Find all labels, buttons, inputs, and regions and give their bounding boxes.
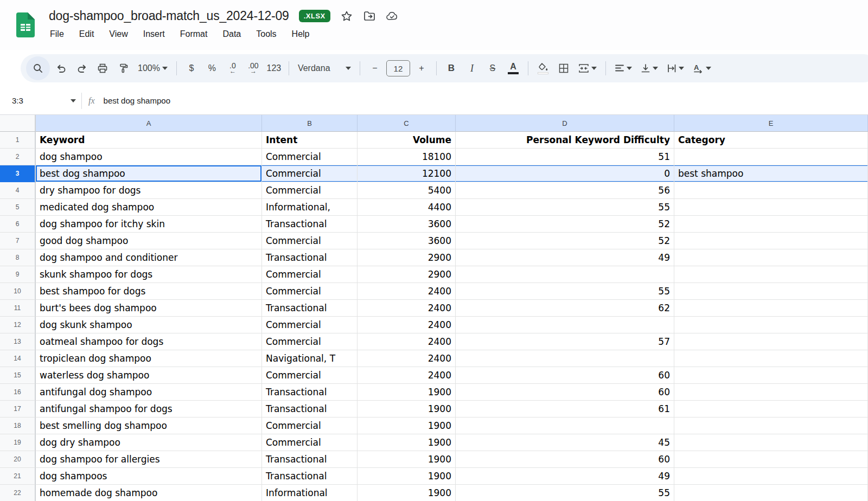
cell-C6[interactable]: 3600 — [358, 216, 456, 233]
row-header-3[interactable]: 3 — [0, 165, 36, 182]
cell-C19[interactable]: 1900 — [358, 434, 456, 451]
column-header-E[interactable]: E — [674, 115, 868, 132]
cell-C1[interactable]: Volume — [358, 132, 456, 149]
cell-D2[interactable]: 51 — [456, 149, 674, 165]
cell-B4[interactable]: Commercial — [262, 182, 358, 199]
increase-font-size-button[interactable]: + — [412, 59, 431, 78]
cell-D4[interactable]: 56 — [456, 182, 674, 199]
cell-E21[interactable] — [674, 468, 868, 485]
cell-B22[interactable]: Informational — [262, 485, 358, 501]
cell-E11[interactable] — [674, 300, 868, 317]
row-header-14[interactable]: 14 — [0, 350, 36, 367]
cloud-status-icon[interactable] — [386, 10, 399, 23]
row-header-6[interactable]: 6 — [0, 216, 36, 233]
cell-C11[interactable]: 2400 — [358, 300, 456, 317]
menu-edit[interactable]: Edit — [78, 28, 95, 40]
cell-D15[interactable]: 60 — [456, 367, 674, 384]
menu-tools[interactable]: Tools — [255, 28, 277, 40]
cell-B7[interactable]: Commercial — [262, 233, 358, 249]
cell-B10[interactable]: Commercial — [262, 283, 358, 300]
cell-E4[interactable] — [674, 182, 868, 199]
font-select[interactable]: Verdana — [295, 63, 354, 73]
horizontal-align-icon[interactable] — [611, 64, 635, 73]
cell-A8[interactable]: dog shampoo and conditioner — [36, 249, 262, 266]
menu-insert[interactable]: Insert — [142, 28, 166, 40]
cell-C14[interactable]: 2400 — [358, 350, 456, 367]
move-to-folder-icon[interactable] — [363, 10, 376, 23]
more-formats-icon[interactable]: 123 — [265, 59, 283, 78]
cell-B19[interactable]: Commercial — [262, 434, 358, 451]
cell-D19[interactable]: 45 — [456, 434, 674, 451]
cell-B3[interactable]: Commercial — [262, 165, 358, 182]
cell-C18[interactable]: 1900 — [358, 418, 456, 434]
row-header-13[interactable]: 13 — [0, 333, 36, 350]
cell-E1[interactable]: Category — [674, 132, 868, 149]
name-box[interactable]: 3:3 — [0, 96, 76, 105]
cell-C5[interactable]: 4400 — [358, 199, 456, 216]
cell-E10[interactable] — [674, 283, 868, 300]
percent-format-icon[interactable]: % — [203, 59, 221, 78]
cell-D20[interactable]: 60 — [456, 451, 674, 468]
cell-C9[interactable]: 2900 — [358, 266, 456, 283]
cell-B8[interactable]: Transactional — [262, 249, 358, 266]
cell-E18[interactable] — [674, 418, 868, 434]
menu-data[interactable]: Data — [221, 28, 242, 40]
italic-icon[interactable]: I — [463, 59, 481, 78]
row-header-1[interactable]: 1 — [0, 132, 36, 149]
cell-B16[interactable]: Transactional — [262, 384, 358, 401]
decrease-font-size-button[interactable]: − — [366, 59, 384, 78]
text-wrap-icon[interactable] — [663, 63, 687, 73]
undo-icon[interactable] — [52, 59, 71, 78]
cell-D13[interactable]: 57 — [456, 333, 674, 350]
cell-B18[interactable]: Commercial — [262, 418, 358, 434]
row-header-20[interactable]: 20 — [0, 451, 36, 468]
cell-B14[interactable]: Navigational, T — [262, 350, 358, 367]
column-header-B[interactable]: B — [262, 115, 358, 132]
cell-A6[interactable]: dog shampoo for itchy skin — [36, 216, 262, 233]
cell-B9[interactable]: Commercial — [262, 266, 358, 283]
redo-icon[interactable] — [73, 59, 91, 78]
cell-E2[interactable] — [674, 149, 868, 165]
row-header-21[interactable]: 21 — [0, 468, 36, 485]
column-header-D[interactable]: D — [456, 115, 674, 132]
row-header-4[interactable]: 4 — [0, 182, 36, 199]
cell-A21[interactable]: dog shampoos — [36, 468, 262, 485]
menu-file[interactable]: File — [49, 28, 65, 40]
row-header-11[interactable]: 11 — [0, 300, 36, 317]
cell-B20[interactable]: Transactional — [262, 451, 358, 468]
cell-A2[interactable]: dog shampoo — [36, 149, 262, 165]
cell-B11[interactable]: Transactional — [262, 300, 358, 317]
cell-E5[interactable] — [674, 199, 868, 216]
cell-D7[interactable]: 52 — [456, 233, 674, 249]
strikethrough-icon[interactable]: S — [483, 59, 502, 78]
cell-B2[interactable]: Commercial — [262, 149, 358, 165]
cell-A7[interactable]: good dog shampoo — [36, 233, 262, 249]
cell-A19[interactable]: dog dry shampoo — [36, 434, 262, 451]
row-header-17[interactable]: 17 — [0, 401, 36, 418]
text-color-icon[interactable]: A — [504, 59, 522, 78]
cell-C8[interactable]: 2900 — [358, 249, 456, 266]
cell-E7[interactable] — [674, 233, 868, 249]
search-icon[interactable] — [26, 56, 50, 80]
cell-D14[interactable] — [456, 350, 674, 367]
row-header-15[interactable]: 15 — [0, 367, 36, 384]
cell-A18[interactable]: best smelling dog shampoo — [36, 418, 262, 434]
decrease-decimals-icon[interactable]: .0← — [224, 59, 242, 78]
cell-C15[interactable]: 2400 — [358, 367, 456, 384]
cell-A4[interactable]: dry shampoo for dogs — [36, 182, 262, 199]
cell-D10[interactable]: 55 — [456, 283, 674, 300]
borders-icon[interactable] — [554, 59, 573, 78]
cell-E8[interactable] — [674, 249, 868, 266]
cell-A13[interactable]: oatmeal shampoo for dogs — [36, 333, 262, 350]
cell-A14[interactable]: tropiclean dog shampoo — [36, 350, 262, 367]
cell-A22[interactable]: homemade dog shampoo — [36, 485, 262, 501]
row-header-8[interactable]: 8 — [0, 249, 36, 266]
cell-A5[interactable]: medicated dog shampoo — [36, 199, 262, 216]
row-header-22[interactable]: 22 — [0, 485, 36, 501]
bold-icon[interactable]: B — [442, 59, 461, 78]
cell-E20[interactable] — [674, 451, 868, 468]
cell-C16[interactable]: 1900 — [358, 384, 456, 401]
cell-C3[interactable]: 12100 — [358, 165, 456, 182]
cell-D21[interactable]: 49 — [456, 468, 674, 485]
cell-C12[interactable]: 2400 — [358, 317, 456, 333]
